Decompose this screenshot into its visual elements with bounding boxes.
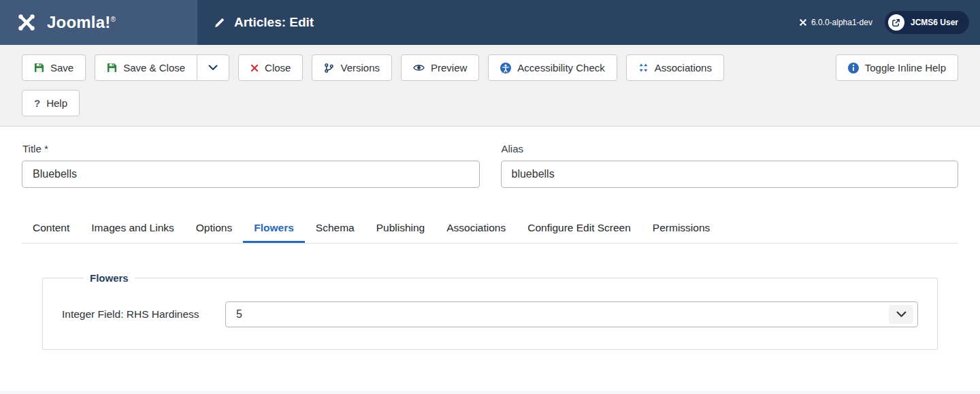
select-chevron-box: [889, 305, 913, 324]
version-icon: [799, 18, 807, 27]
help-label: Help: [46, 97, 67, 109]
tab-permissions[interactable]: Permissions: [642, 214, 721, 243]
alias-field: Alias: [501, 143, 959, 188]
title-field: Title *: [22, 143, 480, 188]
edit-tabs: Content Images and Links Options Flowers…: [22, 214, 958, 244]
version-info: 6.0.0-alpha1-dev: [799, 18, 872, 27]
tab-configure-edit-screen[interactable]: Configure Edit Screen: [517, 214, 642, 243]
chevron-down-icon: [208, 65, 218, 71]
version-text: 6.0.0-alpha1-dev: [811, 18, 872, 27]
hardiness-field-row: Integer Field: RHS Hardiness 5: [62, 301, 918, 327]
info-circle-icon: [848, 63, 859, 73]
help-button[interactable]: ? Help: [22, 90, 80, 116]
brand-name: Joomla!®: [47, 13, 116, 32]
brand[interactable]: Joomla!®: [0, 0, 197, 45]
versions-button[interactable]: Versions: [312, 54, 392, 81]
hardiness-select-value: 5: [236, 308, 242, 321]
chevron-down-icon: [896, 311, 906, 318]
toolbar-row-2: ? Help: [22, 90, 958, 116]
close-button[interactable]: Close: [238, 54, 303, 81]
title-input[interactable]: [22, 161, 480, 188]
associations-label: Associations: [655, 62, 712, 73]
page-heading: Articles: Edit: [197, 0, 314, 45]
edit-form: Title * Alias Content Images and Links O…: [0, 127, 980, 391]
code-branch-icon: [324, 63, 334, 73]
save-icon: [107, 63, 117, 73]
page-title: Articles: Edit: [234, 15, 314, 30]
pencil-icon: [214, 17, 225, 29]
save-button[interactable]: Save: [22, 54, 86, 81]
save-and-close-label: Save & Close: [123, 62, 185, 73]
registered-mark: ®: [110, 16, 116, 23]
close-x-icon: [250, 64, 259, 72]
accessibility-check-label: Accessibility Check: [517, 62, 604, 73]
alias-input[interactable]: [501, 161, 959, 188]
toggle-inline-help-button[interactable]: Toggle Inline Help: [836, 54, 958, 81]
tab-content[interactable]: Content: [22, 214, 80, 243]
save-icon: [34, 63, 44, 73]
title-label: Title *: [22, 143, 480, 154]
flowers-fieldset: Flowers Integer Field: RHS Hardiness 5: [42, 272, 938, 350]
title-alias-row: Title * Alias: [22, 143, 958, 188]
alias-label: Alias: [502, 143, 959, 154]
eye-icon: [413, 63, 425, 72]
hardiness-select[interactable]: 5: [225, 301, 918, 327]
user-menu-button[interactable]: JCMS6 User: [885, 11, 969, 34]
toggle-inline-help-label: Toggle Inline Help: [865, 62, 946, 73]
header-right: 6.0.0-alpha1-dev JCMS6 User: [799, 0, 980, 45]
admin-header: Joomla!® Articles: Edit: [0, 0, 980, 45]
toolbar: Save Save & Close: [0, 45, 980, 127]
save-and-close-button[interactable]: Save & Close: [95, 54, 197, 81]
tab-options[interactable]: Options: [185, 214, 243, 243]
tab-publishing[interactable]: Publishing: [365, 214, 436, 243]
hardiness-label: Integer Field: RHS Hardiness: [62, 308, 225, 321]
external-link-icon: [888, 14, 904, 31]
flowers-tab-pane: Flowers Integer Field: RHS Hardiness 5: [22, 244, 958, 377]
versions-label: Versions: [340, 62, 380, 73]
accessibility-check-button[interactable]: Accessibility Check: [488, 54, 617, 81]
close-label: Close: [265, 62, 291, 73]
universal-access-icon: [500, 63, 511, 73]
joomla-logo-icon: [15, 11, 38, 34]
flowers-legend: Flowers: [84, 272, 135, 284]
preview-label: Preview: [431, 62, 467, 73]
user-name: JCMS6 User: [911, 18, 958, 27]
save-close-group: Save & Close: [95, 54, 229, 81]
preview-button[interactable]: Preview: [401, 54, 479, 81]
question-mark-icon: ?: [34, 97, 40, 109]
toolbar-row-1: Save Save & Close: [22, 54, 958, 81]
tab-schema[interactable]: Schema: [305, 214, 365, 243]
associations-button[interactable]: Associations: [626, 54, 724, 81]
save-dropdown-toggle[interactable]: [197, 54, 229, 81]
tab-flowers[interactable]: Flowers: [243, 214, 305, 243]
tab-associations[interactable]: Associations: [436, 214, 517, 243]
save-label: Save: [50, 62, 74, 73]
tab-images-and-links[interactable]: Images and Links: [80, 214, 185, 243]
arrows-up-down-icon: [638, 63, 649, 73]
